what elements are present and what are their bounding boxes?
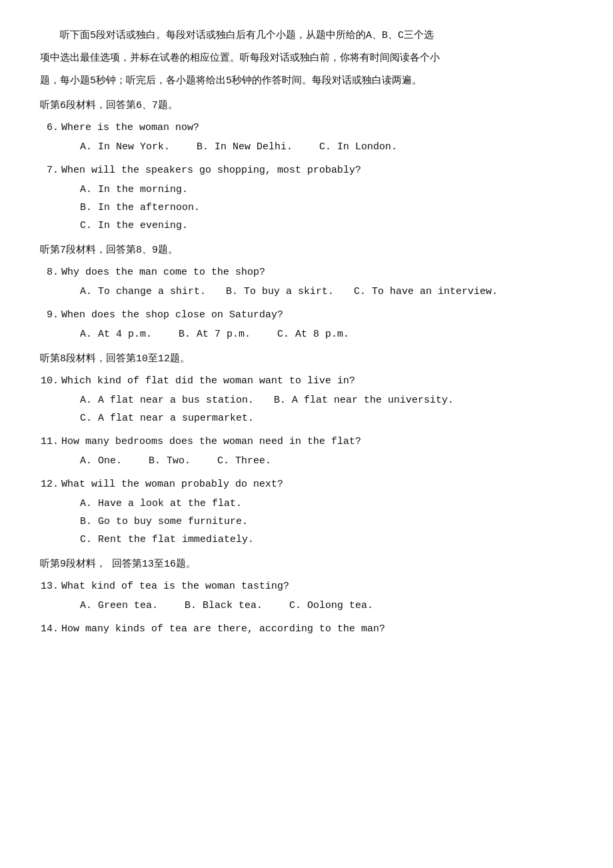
option-3-0-1: B. Black tea. [185, 597, 263, 615]
option-0-1-2: C. In the evening. [80, 217, 573, 235]
option-2-2-0: A. Have a look at the flat. [80, 495, 573, 513]
question-text-2-0: Which kind of flat did the woman want to… [61, 372, 573, 390]
question-text-3-0: What kind of tea is the woman tasting? [61, 577, 573, 595]
option-2-0-0: A. A flat near a bus station. [80, 391, 254, 409]
intro-line2: 项中选出最佳选项，并标在试卷的相应位置。听每段对话或独白前，你将有时间阅读各个小 [40, 49, 573, 68]
option-1-0-1: B. To buy a skirt. [226, 283, 334, 301]
option-1-0-2: C. To have an interview. [354, 283, 498, 301]
question-line-1-0: 8.Why does the man come to the shop? [40, 263, 573, 281]
question-text-2-2: What will the woman probably do next? [61, 475, 573, 493]
question-block-3-0: 13.What kind of tea is the woman tasting… [40, 577, 573, 615]
question-num-2-2: 12. [40, 475, 59, 493]
intro-line1: 听下面5段对话或独白。每段对话或独白后有几个小题，从题中所给的A、B、C三个选 [40, 27, 573, 45]
option-3-0-0: A. Green tea. [80, 597, 158, 615]
question-block-0-0: 6.Where is the woman now?A. In New York.… [40, 119, 573, 156]
option-0-0-1: B. In New Delhi. [197, 138, 293, 156]
question-line-3-1: 14.How many kinds of tea are there, acco… [40, 620, 573, 638]
question-block-2-2: 12.What will the woman probably do next?… [40, 475, 573, 549]
question-line-0-0: 6.Where is the woman now? [40, 119, 573, 137]
question-text-1-0: Why does the man come to the shop? [61, 263, 573, 281]
options-row-0-0: A. In New York.B. In New Delhi.C. In Lon… [40, 138, 573, 156]
question-line-2-0: 10.Which kind of flat did the woman want… [40, 372, 573, 390]
question-num-2-0: 10. [40, 372, 59, 390]
option-1-1-1: B. At 7 p.m. [179, 325, 251, 343]
options-row-1-1: A. At 4 p.m.B. At 7 p.m.C. At 8 p.m. [40, 325, 573, 343]
option-2-2-2: C. Rent the flat immediately. [80, 531, 573, 549]
question-block-3-1: 14.How many kinds of tea are there, acco… [40, 620, 573, 638]
section-header-0: 听第6段材料，回答第6、7题。 [40, 97, 573, 115]
question-text-1-1: When does the shop close on Saturday? [61, 306, 573, 324]
option-2-0-1: B. A flat near the university. [274, 391, 454, 409]
options-rowwrap-2-0: A. A flat near a bus station.B. A flat n… [40, 391, 573, 427]
question-line-3-0: 13.What kind of tea is the woman tasting… [40, 577, 573, 595]
question-block-1-0: 8.Why does the man come to the shop?A. T… [40, 263, 573, 301]
question-text-0-1: When will the speakers go shopping, most… [61, 161, 573, 179]
question-num-1-1: 9. [40, 306, 59, 324]
options-stacked-0-1: A. In the morning.B. In the afternoon.C.… [40, 181, 573, 235]
option-3-0-2: C. Oolong tea. [289, 597, 373, 615]
question-block-2-0: 10.Which kind of flat did the woman want… [40, 372, 573, 427]
question-num-3-1: 14. [40, 620, 59, 638]
option-0-0-0: A. In New York. [80, 138, 170, 156]
option-0-1-0: A. In the morning. [80, 181, 573, 199]
option-2-1-0: A. One. [80, 452, 122, 470]
option-0-1-1: B. In the afternoon. [80, 199, 573, 217]
section-header-1: 听第7段材料，回答第8、9题。 [40, 241, 573, 259]
question-num-0-0: 6. [40, 119, 59, 137]
question-block-2-1: 11.How many bedrooms does the woman need… [40, 433, 573, 470]
question-text-0-0: Where is the woman now? [61, 119, 573, 137]
question-text-3-1: How many kinds of tea are there, accordi… [61, 620, 573, 638]
question-line-1-1: 9.When does the shop close on Saturday? [40, 306, 573, 324]
option-2-2-1: B. Go to buy some furniture. [80, 513, 573, 531]
section-header-3: 听第9段材料， 回答第13至16题。 [40, 555, 573, 573]
question-num-3-0: 13. [40, 577, 59, 595]
question-num-2-1: 11. [40, 433, 59, 451]
question-num-1-0: 8. [40, 263, 59, 281]
option-1-0-0: A. To change a shirt. [80, 283, 206, 301]
option-2-1-1: B. Two. [149, 452, 191, 470]
options-row-2-1: A. One.B. Two.C. Three. [40, 452, 573, 470]
question-block-1-1: 9.When does the shop close on Saturday?A… [40, 306, 573, 343]
option-1-1-0: A. At 4 p.m. [80, 325, 152, 343]
sections-container: 听第6段材料，回答第6、7题。6.Where is the woman now?… [40, 97, 573, 638]
option-2-0-2: C. A flat near a supermarket. [80, 409, 254, 427]
question-num-0-1: 7. [40, 161, 59, 179]
question-line-2-1: 11.How many bedrooms does the woman need… [40, 433, 573, 451]
question-line-0-1: 7.When will the speakers go shopping, mo… [40, 161, 573, 179]
question-block-0-1: 7.When will the speakers go shopping, mo… [40, 161, 573, 235]
question-text-2-1: How many bedrooms does the woman need in… [61, 433, 573, 451]
options-stacked-2-2: A. Have a look at the flat.B. Go to buy … [40, 495, 573, 549]
intro-line3: 题，每小题5秒钟；听完后，各小题将给出5秒钟的作答时间。每段对话或独白读两遍。 [40, 72, 573, 91]
option-0-0-2: C. In London. [319, 138, 397, 156]
options-rowwrap-1-0: A. To change a shirt.B. To buy a skirt.C… [40, 283, 573, 301]
section-header-2: 听第8段材料，回答第10至12题。 [40, 350, 573, 368]
option-1-1-2: C. At 8 p.m. [277, 325, 349, 343]
option-2-1-2: C. Three. [217, 452, 271, 470]
question-line-2-2: 12.What will the woman probably do next? [40, 475, 573, 493]
options-row-3-0: A. Green tea.B. Black tea.C. Oolong tea. [40, 597, 573, 615]
